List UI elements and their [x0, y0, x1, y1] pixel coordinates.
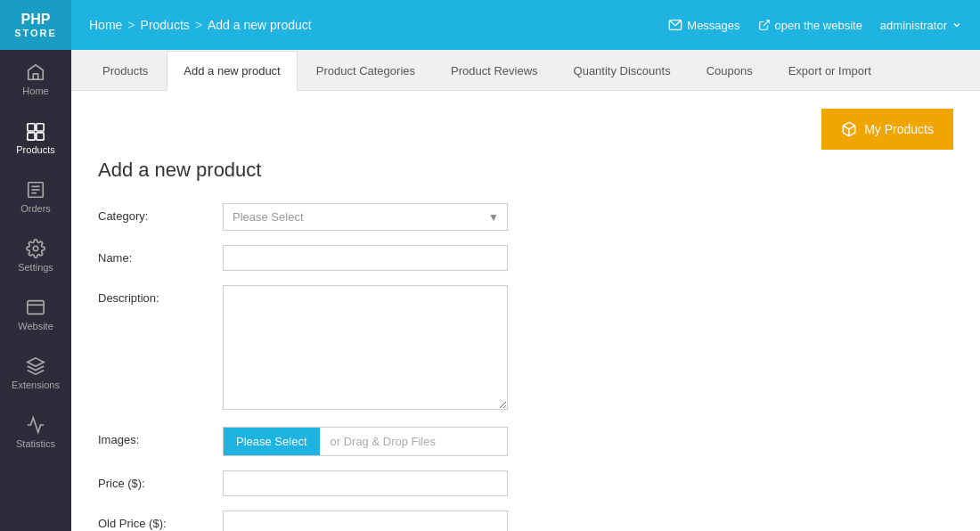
sidebar-item-orders[interactable]: Orders — [0, 167, 71, 226]
price-field-wrapper — [223, 470, 508, 496]
old-price-label: Old Price ($): — [98, 511, 223, 530]
sidebar-item-settings[interactable]: Settings — [0, 226, 71, 285]
breadcrumb-sep-1: > — [127, 18, 135, 32]
sidebar-item-website-label: Website — [18, 321, 53, 331]
name-field-wrapper — [223, 245, 508, 271]
tab-product-categories[interactable]: Product Categories — [299, 51, 432, 91]
website-icon — [26, 298, 45, 317]
home-icon — [26, 62, 45, 82]
my-products-label: My Products — [864, 122, 934, 136]
description-textarea[interactable] — [223, 285, 508, 410]
sidebar-item-extensions[interactable]: Extensions — [0, 344, 71, 403]
description-field-wrapper — [223, 285, 508, 413]
sidebar-item-statistics-label: Statistics — [16, 438, 55, 449]
name-input[interactable] — [223, 245, 508, 271]
messages-link[interactable]: Messages — [668, 18, 739, 32]
category-select-wrapper: Please Select ▼ — [223, 203, 508, 231]
svg-rect-2 — [37, 124, 44, 131]
form-row-category: Category: Please Select ▼ — [98, 203, 953, 231]
form-row-price: Price ($): — [98, 470, 953, 496]
svg-rect-0 — [33, 74, 38, 79]
sidebar-item-orders-label: Orders — [20, 203, 51, 214]
tab-product-reviews[interactable]: Product Reviews — [434, 51, 555, 91]
sidebar-item-home-label: Home — [22, 86, 48, 96]
price-label: Price ($): — [98, 470, 223, 490]
logo-php: PHP — [21, 11, 51, 28]
chevron-down-icon — [951, 20, 962, 30]
sidebar-item-website[interactable]: Website — [0, 285, 71, 344]
user-menu[interactable]: administrator — [880, 19, 962, 32]
breadcrumb-sep-2: > — [195, 18, 202, 32]
breadcrumb: Home > Products > Add a new product — [89, 18, 312, 32]
statistics-icon — [26, 415, 45, 435]
tab-export-import[interactable]: Export or Import — [772, 51, 888, 91]
sidebar-item-settings-label: Settings — [18, 262, 53, 273]
breadcrumb-home[interactable]: Home — [89, 18, 122, 32]
form-row-images: Images: Please Select or Drag & Drop Fil… — [98, 427, 953, 456]
open-website-link[interactable]: open the website — [758, 19, 862, 32]
page-content: My Products Add a new product Category: … — [71, 91, 980, 531]
sidebar-item-products[interactable]: Products — [0, 109, 71, 167]
logo-store: STORE — [14, 28, 57, 39]
messages-icon — [668, 18, 682, 32]
tabs-bar: Products Add a new product Product Categ… — [71, 50, 980, 91]
box-icon — [841, 121, 857, 137]
tab-quantity-discounts[interactable]: Quantity Discounts — [557, 51, 688, 91]
tab-coupons[interactable]: Coupons — [690, 51, 770, 91]
tab-add-new-product[interactable]: Add a new product — [167, 51, 297, 91]
sidebar-item-products-label: Products — [16, 144, 54, 155]
breadcrumb-current: Add a new product — [208, 18, 312, 32]
svg-rect-1 — [28, 124, 35, 131]
content-area: Products Add a new product Product Categ… — [71, 50, 980, 531]
tab-products[interactable]: Products — [86, 51, 165, 91]
products-icon — [26, 121, 45, 141]
form-row-description: Description: — [98, 285, 953, 413]
price-input[interactable] — [223, 470, 508, 496]
sidebar-item-home[interactable]: Home — [0, 50, 71, 109]
main-area: Home > Products > Add a new product Mess… — [71, 0, 980, 531]
category-select[interactable]: Please Select — [223, 203, 508, 231]
extensions-icon — [26, 356, 45, 376]
sidebar-logo: PHP STORE — [0, 0, 71, 50]
svg-rect-4 — [37, 133, 44, 140]
sidebar-item-extensions-label: Extensions — [12, 380, 60, 390]
images-select-button[interactable]: Please Select — [224, 428, 320, 455]
topbar: Home > Products > Add a new product Mess… — [71, 0, 980, 50]
svg-line-15 — [763, 20, 768, 26]
images-upload-area: Please Select or Drag & Drop Files — [223, 427, 508, 456]
breadcrumb-products[interactable]: Products — [141, 18, 190, 32]
name-label: Name: — [98, 245, 223, 265]
svg-point-9 — [33, 247, 38, 252]
external-link-icon — [758, 19, 771, 31]
page-title: Add a new product — [98, 159, 953, 182]
orders-icon — [26, 180, 45, 200]
old-price-input[interactable] — [223, 511, 508, 531]
gear-icon — [26, 239, 45, 258]
my-products-button[interactable]: My Products — [821, 109, 953, 150]
user-label: administrator — [880, 19, 947, 32]
form-row-name: Name: — [98, 245, 953, 271]
svg-rect-10 — [28, 301, 44, 315]
sidebar: PHP STORE Home Products Orders Settings … — [0, 0, 71, 531]
form-row-old-price: Old Price ($): — [98, 511, 953, 531]
svg-rect-3 — [28, 133, 35, 140]
images-drop-text: or Drag & Drop Files — [320, 428, 446, 455]
old-price-field-wrapper — [223, 511, 508, 531]
messages-label: Messages — [687, 19, 739, 32]
category-label: Category: — [98, 203, 223, 223]
sidebar-item-statistics[interactable]: Statistics — [0, 403, 71, 462]
open-website-label: open the website — [775, 19, 862, 32]
images-label: Images: — [98, 427, 223, 446]
topbar-right: Messages open the website administrator — [668, 18, 962, 32]
description-label: Description: — [98, 285, 223, 305]
